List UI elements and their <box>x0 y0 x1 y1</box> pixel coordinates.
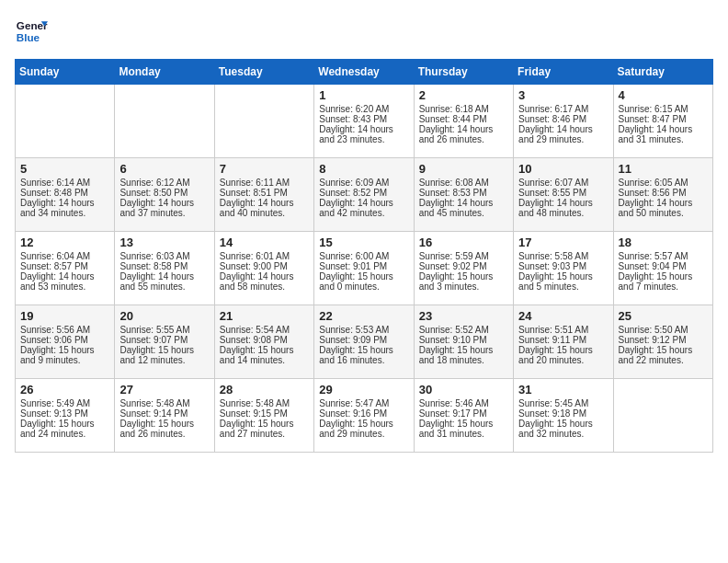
day-number: 3 <box>518 88 608 102</box>
day-header-wednesday: Wednesday <box>314 60 414 85</box>
day-info: and 12 minutes. <box>119 355 209 365</box>
day-info: Daylight: 14 hours <box>518 198 608 208</box>
day-info: and 29 minutes. <box>319 429 408 439</box>
day-info: Sunrise: 6:04 AM <box>20 251 109 261</box>
day-info: Daylight: 14 hours <box>319 124 408 134</box>
calendar-cell: 13Sunrise: 6:03 AMSunset: 8:58 PMDayligh… <box>115 232 214 305</box>
calendar-cell: 18Sunrise: 5:57 AMSunset: 9:04 PMDayligh… <box>613 232 712 305</box>
day-number: 10 <box>518 162 608 176</box>
day-info: Sunset: 8:53 PM <box>419 188 508 198</box>
day-info: Daylight: 15 hours <box>619 271 708 282</box>
day-info: Sunset: 9:01 PM <box>319 261 408 271</box>
day-number: 24 <box>518 309 608 323</box>
day-info: Sunrise: 5:49 AM <box>20 398 109 408</box>
day-info: Sunrise: 6:18 AM <box>419 104 508 114</box>
day-number: 1 <box>319 88 408 102</box>
day-info: Sunrise: 6:00 AM <box>319 251 408 261</box>
calendar-table: SundayMondayTuesdayWednesdayThursdayFrid… <box>15 59 713 453</box>
day-info: Daylight: 15 hours <box>319 419 408 429</box>
day-info: and 31 minutes. <box>419 429 508 439</box>
day-info: Sunset: 8:44 PM <box>419 114 508 124</box>
logo: General Blue <box>15 15 48 48</box>
calendar-cell: 8Sunrise: 6:09 AMSunset: 8:52 PMDaylight… <box>314 158 414 232</box>
calendar-cell: 27Sunrise: 5:48 AMSunset: 9:14 PMDayligh… <box>115 379 214 453</box>
day-header-monday: Monday <box>115 60 214 85</box>
day-info: Daylight: 15 hours <box>319 271 408 282</box>
day-number: 20 <box>119 309 209 323</box>
calendar-cell: 15Sunrise: 6:00 AMSunset: 9:01 PMDayligh… <box>314 232 414 305</box>
day-info: Sunrise: 6:09 AM <box>319 178 408 188</box>
day-number: 13 <box>119 236 209 249</box>
day-info: Sunrise: 6:11 AM <box>220 178 309 188</box>
day-number: 8 <box>319 162 408 176</box>
day-number: 12 <box>20 236 109 249</box>
day-info: Sunrise: 6:14 AM <box>20 178 109 188</box>
day-info: Sunrise: 5:48 AM <box>119 398 209 408</box>
day-info: Sunrise: 5:54 AM <box>220 325 309 335</box>
day-info: Sunset: 9:07 PM <box>119 335 209 345</box>
day-number: 6 <box>119 162 209 176</box>
day-info: and 32 minutes. <box>518 429 608 439</box>
day-info: Daylight: 15 hours <box>20 419 109 429</box>
day-number: 27 <box>119 383 209 396</box>
day-number: 31 <box>518 383 608 396</box>
calendar-cell: 5Sunrise: 6:14 AMSunset: 8:48 PMDaylight… <box>16 158 115 232</box>
day-header-sunday: Sunday <box>16 60 115 85</box>
calendar-cell: 10Sunrise: 6:07 AMSunset: 8:55 PMDayligh… <box>514 158 613 232</box>
calendar-week-row: 26Sunrise: 5:49 AMSunset: 9:13 PMDayligh… <box>16 379 713 453</box>
day-info: Sunset: 9:15 PM <box>220 408 309 419</box>
calendar-cell: 2Sunrise: 6:18 AMSunset: 8:44 PMDaylight… <box>414 85 513 158</box>
svg-text:Blue: Blue <box>17 31 40 43</box>
day-info: Sunrise: 5:50 AM <box>619 325 708 335</box>
calendar-cell: 31Sunrise: 5:45 AMSunset: 9:18 PMDayligh… <box>514 379 613 453</box>
day-info: Sunrise: 5:56 AM <box>20 325 109 335</box>
day-number: 16 <box>419 236 508 249</box>
calendar-cell: 25Sunrise: 5:50 AMSunset: 9:12 PMDayligh… <box>613 305 712 379</box>
day-info: Daylight: 15 hours <box>319 345 408 355</box>
day-info: Sunset: 8:57 PM <box>20 261 109 271</box>
day-number: 11 <box>619 162 708 176</box>
calendar-cell: 22Sunrise: 5:53 AMSunset: 9:09 PMDayligh… <box>314 305 414 379</box>
calendar-week-row: 5Sunrise: 6:14 AMSunset: 8:48 PMDaylight… <box>16 158 713 232</box>
day-number: 7 <box>220 162 309 176</box>
day-info: Daylight: 14 hours <box>220 271 309 282</box>
calendar-cell: 20Sunrise: 5:55 AMSunset: 9:07 PMDayligh… <box>115 305 214 379</box>
day-number: 25 <box>619 309 708 323</box>
day-info: Daylight: 14 hours <box>619 198 708 208</box>
calendar-cell: 14Sunrise: 6:01 AMSunset: 9:00 PMDayligh… <box>214 232 313 305</box>
day-info: and 37 minutes. <box>119 208 209 218</box>
day-number: 14 <box>220 236 309 249</box>
calendar-cell: 3Sunrise: 6:17 AMSunset: 8:46 PMDaylight… <box>514 85 613 158</box>
day-info: Sunrise: 6:17 AM <box>518 104 608 114</box>
day-info: Daylight: 14 hours <box>518 124 608 134</box>
day-info: and 16 minutes. <box>319 355 408 365</box>
day-info: and 9 minutes. <box>20 355 109 365</box>
day-number: 23 <box>419 309 508 323</box>
day-info: Sunset: 9:08 PM <box>220 335 309 345</box>
calendar-cell: 16Sunrise: 5:59 AMSunset: 9:02 PMDayligh… <box>414 232 513 305</box>
day-number: 18 <box>619 236 708 249</box>
day-info: Sunset: 9:14 PM <box>119 408 209 419</box>
calendar-cell: 21Sunrise: 5:54 AMSunset: 9:08 PMDayligh… <box>214 305 313 379</box>
day-info: Sunrise: 5:57 AM <box>619 251 708 261</box>
day-info: Daylight: 15 hours <box>119 419 209 429</box>
day-info: Daylight: 15 hours <box>20 345 109 355</box>
day-info: Sunset: 9:16 PM <box>319 408 408 419</box>
day-info: Daylight: 14 hours <box>119 198 209 208</box>
day-info: and 40 minutes. <box>220 208 309 218</box>
day-info: Sunset: 9:04 PM <box>619 261 708 271</box>
calendar-cell: 12Sunrise: 6:04 AMSunset: 8:57 PMDayligh… <box>16 232 115 305</box>
day-info: Sunrise: 5:55 AM <box>119 325 209 335</box>
calendar-cell: 7Sunrise: 6:11 AMSunset: 8:51 PMDaylight… <box>214 158 313 232</box>
calendar-cell: 17Sunrise: 5:58 AMSunset: 9:03 PMDayligh… <box>514 232 613 305</box>
day-info: Sunrise: 5:52 AM <box>419 325 508 335</box>
day-number: 19 <box>20 309 109 323</box>
day-info: Sunset: 9:11 PM <box>518 335 608 345</box>
day-info: Sunrise: 6:01 AM <box>220 251 309 261</box>
day-info: Daylight: 14 hours <box>20 271 109 282</box>
day-info: Sunset: 8:43 PM <box>319 114 408 124</box>
day-info: and 0 minutes. <box>319 282 408 292</box>
day-number: 30 <box>419 383 508 396</box>
day-info: Daylight: 15 hours <box>518 419 608 429</box>
day-info: Sunrise: 5:53 AM <box>319 325 408 335</box>
